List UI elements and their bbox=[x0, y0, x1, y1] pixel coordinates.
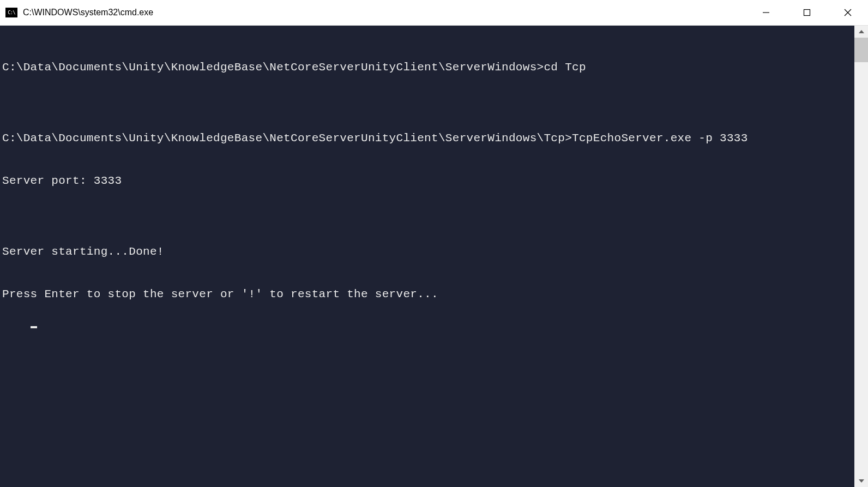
maximize-button[interactable] bbox=[786, 0, 827, 25]
terminal-line: Server port: 3333 bbox=[2, 174, 854, 188]
window-controls bbox=[745, 0, 868, 25]
terminal-line: Press Enter to stop the server or '!' to… bbox=[2, 287, 854, 302]
window-title: C:\WINDOWS\system32\cmd.exe bbox=[23, 8, 745, 17]
scroll-up-button[interactable] bbox=[854, 26, 868, 38]
scroll-down-button[interactable] bbox=[854, 475, 868, 487]
terminal-line: C:\Data\Documents\Unity\KnowledgeBase\Ne… bbox=[2, 61, 854, 75]
chevron-down-icon bbox=[859, 479, 864, 483]
cursor bbox=[31, 326, 37, 328]
vertical-scrollbar[interactable] bbox=[854, 26, 868, 487]
maximize-icon bbox=[803, 9, 811, 16]
window-titlebar: C:\ C:\WINDOWS\system32\cmd.exe bbox=[0, 0, 868, 26]
svg-rect-1 bbox=[804, 10, 810, 16]
terminal-line: C:\Data\Documents\Unity\KnowledgeBase\Ne… bbox=[2, 131, 854, 146]
chevron-up-icon bbox=[859, 30, 864, 33]
cmd-icon: C:\ bbox=[5, 8, 17, 17]
scrollbar-track[interactable] bbox=[854, 38, 868, 475]
terminal-area: C:\Data\Documents\Unity\KnowledgeBase\Ne… bbox=[0, 26, 868, 487]
terminal-line: Server starting...Done! bbox=[2, 245, 854, 259]
minimize-icon bbox=[762, 9, 770, 16]
close-icon bbox=[843, 8, 852, 17]
scrollbar-thumb[interactable] bbox=[854, 38, 868, 62]
terminal-output[interactable]: C:\Data\Documents\Unity\KnowledgeBase\Ne… bbox=[0, 26, 854, 487]
minimize-button[interactable] bbox=[745, 0, 786, 25]
close-button[interactable] bbox=[827, 0, 868, 25]
